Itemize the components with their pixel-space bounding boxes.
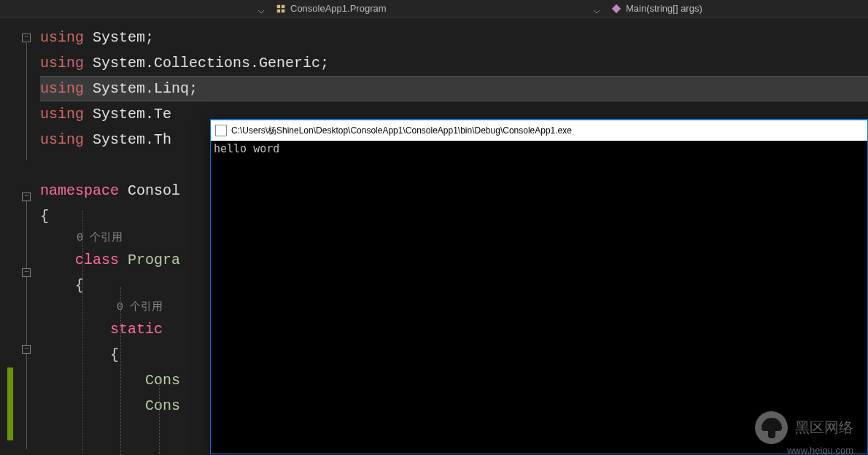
code-line[interactable]: using System;	[40, 25, 868, 50]
method-icon	[611, 4, 621, 14]
nav-method-dropdown[interactable]: Main(string[] args)	[605, 0, 868, 17]
fold-toggle[interactable]: −	[22, 268, 31, 277]
console-window[interactable]: C:\Users\杨ShineLon\Desktop\ConsoleApp1\C…	[210, 119, 868, 454]
fold-toggle[interactable]: −	[22, 192, 31, 201]
console-titlebar[interactable]: C:\Users\杨ShineLon\Desktop\ConsoleApp1\C…	[211, 120, 867, 141]
chevron-down-icon	[258, 6, 264, 12]
svg-rect-4	[612, 4, 621, 12]
fold-toggle[interactable]: −	[22, 34, 31, 42]
console-title: C:\Users\杨ShineLon\Desktop\ConsoleApp1\C…	[231, 125, 572, 137]
editor-nav-bar: ConsoleApp1.Program Main(string[] args)	[0, 0, 868, 18]
class-icon	[276, 4, 286, 14]
watermark: 黑区网络 www.heiqu.com	[755, 411, 853, 444]
change-indicator	[7, 368, 13, 440]
nav-class-dropdown[interactable]: ConsoleApp1.Program	[270, 0, 605, 17]
nav-method-label: Main(string[] args)	[626, 3, 702, 14]
watermark-text: 黑区网络	[795, 419, 853, 435]
console-output: hello word	[211, 141, 867, 454]
svg-rect-1	[282, 4, 284, 7]
console-app-icon	[215, 125, 227, 136]
nav-class-label: ConsoleApp1.Program	[290, 3, 387, 14]
fold-toggle[interactable]: −	[22, 345, 31, 354]
svg-rect-3	[282, 9, 284, 12]
code-line-active[interactable]: using System.Linq;	[40, 76, 868, 101]
svg-rect-0	[277, 4, 280, 7]
chevron-down-icon	[594, 6, 600, 12]
watermark-logo-icon	[755, 411, 788, 444]
watermark-url: www.heiqu.com	[787, 445, 853, 455]
svg-rect-2	[277, 9, 280, 12]
code-line[interactable]: using System.Collections.Generic;	[40, 50, 868, 76]
nav-scope-dropdown[interactable]	[0, 0, 270, 17]
editor-gutter: − − − −	[0, 18, 40, 455]
